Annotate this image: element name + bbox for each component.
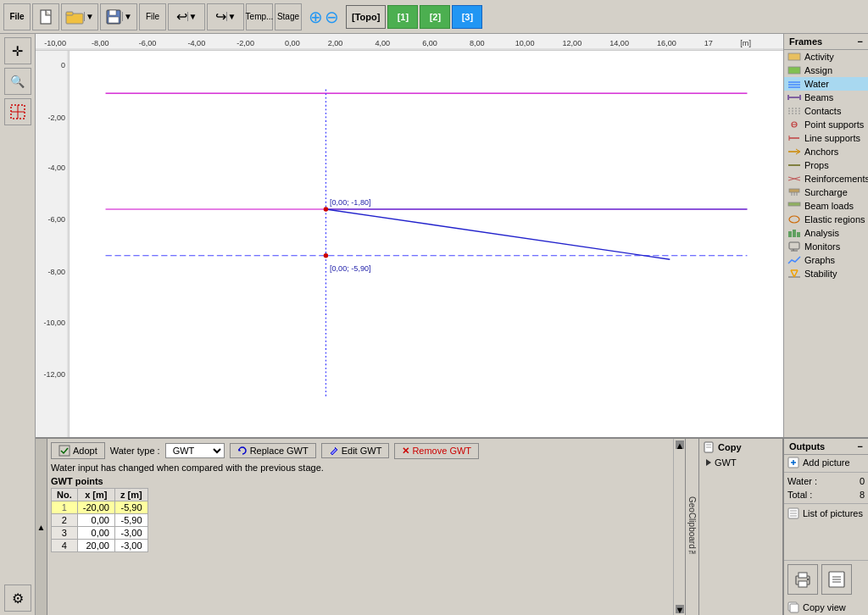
svg-text:-10,00: -10,00 bbox=[44, 39, 66, 47]
drawing-area[interactable]: [0,00; -1,80] [0,00; -5,90] bbox=[70, 51, 783, 437]
file-menu-button[interactable]: File bbox=[3, 3, 31, 30]
water-type-select[interactable]: GWT bbox=[165, 443, 225, 458]
table-cell-x: 0,00 bbox=[77, 514, 114, 527]
gwt-points-label: GWT points bbox=[51, 476, 670, 486]
svg-text:-4,00: -4,00 bbox=[47, 164, 65, 173]
replace-gwt-button[interactable]: Replace GWT bbox=[230, 443, 316, 458]
svg-text:12,00: 12,00 bbox=[562, 39, 581, 47]
svg-text:[0,00; -5,90]: [0,00; -5,90] bbox=[330, 264, 371, 273]
add-stage-button[interactable]: ⊕ bbox=[309, 7, 323, 27]
clipboard-panel: Copy GWT bbox=[698, 439, 783, 615]
canvas-area[interactable]: -10,00 -8,00 -6,00 -4,00 -2,00 0,00 2,00… bbox=[36, 34, 783, 437]
left-panel: ✛ 🔍 ⚙ bbox=[0, 34, 36, 615]
svg-text:16,00: 16,00 bbox=[657, 39, 676, 47]
svg-rect-74 bbox=[789, 242, 799, 249]
main-layout: ✛ 🔍 ⚙ -10,00 -8,00 -6,00 bbox=[0, 34, 868, 615]
svg-rect-71 bbox=[788, 231, 792, 237]
table-row[interactable]: 1 bbox=[52, 501, 78, 514]
ruler-left: 0 -2,00 -4,00 -6,00 -8,00 -10,00 -12,00 bbox=[36, 51, 70, 437]
remove-gwt-button[interactable]: ✕ Remove GWT bbox=[394, 443, 479, 459]
stage-button[interactable]: Stage bbox=[275, 3, 302, 30]
undo-button[interactable]: ↩ ▼ bbox=[168, 3, 205, 30]
frames-item-anchors[interactable]: Anchors bbox=[784, 145, 868, 158]
svg-text:-8,00: -8,00 bbox=[92, 39, 109, 47]
svg-line-79 bbox=[794, 270, 798, 277]
table-row[interactable]: 2 bbox=[52, 514, 78, 527]
svg-rect-65 bbox=[789, 189, 799, 192]
svg-text:-8,00: -8,00 bbox=[47, 268, 65, 276]
svg-text:0,00: 0,00 bbox=[285, 39, 300, 47]
table-cell-x: -20,00 bbox=[77, 501, 114, 514]
frames-item-analysis[interactable]: Analysis bbox=[784, 226, 868, 240]
stability-icon bbox=[787, 269, 801, 279]
frames-item-assign[interactable]: Assign bbox=[784, 64, 868, 77]
template-button[interactable]: Temp... bbox=[246, 3, 273, 30]
frames-item-elastic-regions[interactable]: Elastic regions bbox=[784, 213, 868, 226]
list-of-pictures-button[interactable]: List of pictures bbox=[784, 506, 868, 521]
frames-item-contacts[interactable]: Contacts bbox=[784, 104, 868, 118]
svg-rect-69 bbox=[788, 202, 800, 206]
svg-text:6,00: 6,00 bbox=[422, 39, 437, 47]
edit-button[interactable]: File bbox=[139, 3, 166, 30]
bottom-left-panel: Adopt Water type : GWT Replace GWT Edit … bbox=[47, 439, 673, 615]
frames-item-graphs[interactable]: Graphs bbox=[784, 253, 868, 267]
frames-item-beams[interactable]: Beams bbox=[784, 91, 868, 104]
scroll-down-btn[interactable]: ▼ bbox=[676, 605, 684, 613]
output-water-value: 0 bbox=[860, 476, 865, 486]
remove-stage-button[interactable]: ⊖ bbox=[325, 7, 339, 27]
table-row[interactable]: 3 bbox=[52, 527, 78, 540]
adopt-button[interactable]: Adopt bbox=[51, 442, 105, 459]
svg-text:-2,00: -2,00 bbox=[47, 114, 65, 122]
frames-panel: Frames − Activity Assign bbox=[783, 34, 868, 437]
bottom-collapse-handle[interactable]: ▲ bbox=[36, 439, 47, 615]
analysis-icon bbox=[787, 228, 801, 238]
stage3-button[interactable]: [3] bbox=[452, 5, 482, 29]
export-button[interactable] bbox=[821, 564, 852, 595]
open-button[interactable]: ▼ bbox=[61, 3, 98, 30]
topo-stage-button[interactable]: [Topo] bbox=[346, 5, 386, 29]
settings-tool-button[interactable]: ⚙ bbox=[4, 585, 31, 612]
stage2-button[interactable]: [2] bbox=[420, 5, 450, 29]
frames-item-beam-loads[interactable]: Beam loads bbox=[784, 199, 868, 213]
svg-point-45 bbox=[324, 253, 328, 258]
beams-icon bbox=[787, 92, 801, 102]
frames-item-line-supports[interactable]: Line supports bbox=[784, 131, 868, 145]
activity-icon bbox=[787, 52, 801, 62]
svg-text:-6,00: -6,00 bbox=[47, 216, 65, 224]
new-button[interactable] bbox=[32, 3, 59, 30]
svg-rect-95 bbox=[798, 573, 807, 578]
select-tool-button[interactable] bbox=[4, 98, 31, 125]
frames-item-monitors[interactable]: Monitors bbox=[784, 240, 868, 253]
scroll-up-btn[interactable]: ▲ bbox=[676, 440, 684, 449]
table-cell-x: 0,00 bbox=[77, 527, 114, 540]
print-button[interactable] bbox=[787, 564, 818, 595]
frames-item-reinforcements[interactable]: Reinforcements bbox=[784, 172, 868, 186]
toolbar: File ▼ ▼ File ↩ ▼ ↪ ▼ Temp... Stage ⊕ ⊖ … bbox=[0, 0, 868, 34]
clipboard-gwt-item[interactable]: GWT bbox=[699, 456, 782, 469]
svg-text:-12,00: -12,00 bbox=[43, 370, 65, 379]
zoom-tool-button[interactable]: 🔍 bbox=[4, 68, 31, 95]
copy-view-button[interactable]: Copy view bbox=[784, 600, 868, 615]
bottom-scrollbar[interactable]: ▲ ▼ bbox=[673, 439, 685, 615]
svg-rect-102 bbox=[790, 604, 798, 612]
svg-rect-72 bbox=[793, 230, 796, 237]
bottom-icons-row bbox=[784, 560, 868, 598]
save-button[interactable]: ▼ bbox=[100, 3, 137, 30]
outputs-header: Outputs − bbox=[784, 439, 868, 455]
svg-text:[0,00; -1,80]: [0,00; -1,80] bbox=[330, 198, 371, 207]
contacts-icon bbox=[787, 106, 801, 116]
frames-item-surcharge[interactable]: Surcharge bbox=[784, 186, 868, 199]
edit-gwt-button[interactable]: Edit GWT bbox=[321, 443, 390, 458]
pan-tool-button[interactable]: ✛ bbox=[4, 37, 31, 64]
frames-item-water[interactable]: Water bbox=[784, 77, 868, 91]
svg-text:-10,00: -10,00 bbox=[43, 319, 65, 327]
stage1-button[interactable]: [1] bbox=[387, 5, 418, 29]
frames-item-props[interactable]: Props bbox=[784, 158, 868, 172]
frames-item-point-supports[interactable]: Point supports bbox=[784, 118, 868, 131]
table-row[interactable]: 4 bbox=[52, 540, 78, 552]
frames-item-stability[interactable]: Stability bbox=[784, 267, 868, 280]
add-picture-button[interactable]: Add picture bbox=[784, 455, 868, 470]
frames-item-activity[interactable]: Activity bbox=[784, 50, 868, 64]
svg-text:4,00: 4,00 bbox=[375, 39, 390, 47]
redo-button[interactable]: ↪ ▼ bbox=[207, 3, 244, 30]
